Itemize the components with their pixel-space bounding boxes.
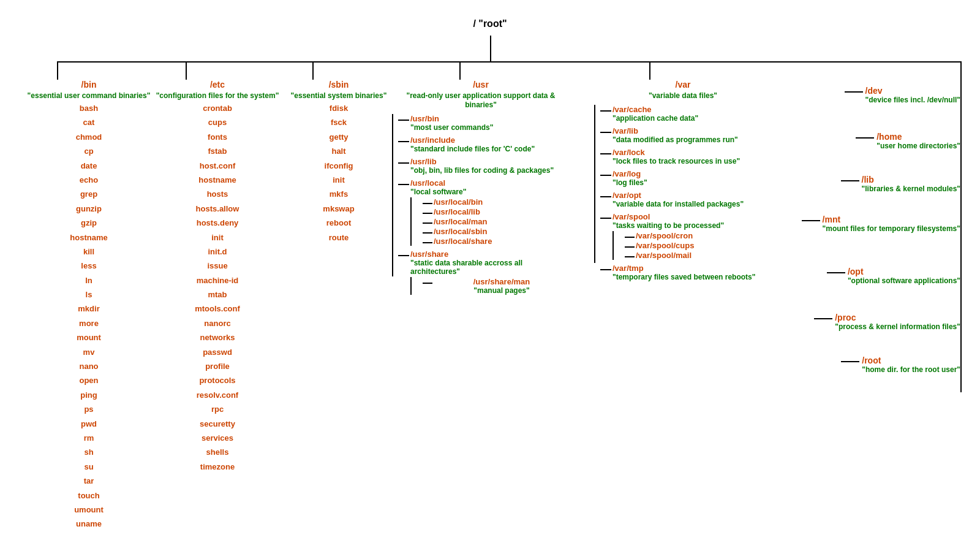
usr-bin-item: /usr/bin "most user commands": [398, 114, 570, 132]
usr-col: /usr "read-only user application support…: [392, 80, 570, 299]
root-label: / "root": [12, 12, 968, 29]
sbin-desc: "essential system binaries": [281, 91, 397, 100]
usr-share-item: /usr/share "static data sharable accross…: [398, 249, 570, 295]
right-vbar: [960, 61, 962, 392]
top-hline: [57, 61, 962, 63]
usr-lib-item: /usr/lib "obj, bin, lib files for coding…: [398, 157, 570, 175]
var-spool-children: /var/spool/cron /var/spool/cups /var/spo…: [612, 231, 772, 260]
var-cache-item: /var/cache "application cache data": [600, 105, 772, 123]
bin-name: /bin: [21, 80, 156, 89]
var-spool-mail: /var/spool/mail: [625, 251, 772, 260]
sbin-name: /sbin: [281, 80, 397, 89]
bin-vline-top: [57, 61, 58, 80]
bin-col: /bin "essential user command binaries" b…: [21, 80, 156, 531]
usr-local-children: /usr/local/bin /usr/local/lib /usr/local…: [410, 197, 570, 246]
usr-children: /usr/bin "most user commands" /usr/inclu…: [392, 114, 570, 295]
etc-name: /etc: [150, 80, 285, 89]
usr-vline-top: [459, 61, 461, 80]
var-spool-item: /var/spool "tasks waiting to be processe…: [600, 212, 772, 260]
var-opt-item: /var/opt "variable data for installed pa…: [600, 191, 772, 208]
var-log-item: /var/log "log files": [600, 169, 772, 187]
usr-share-children: /usr/share/man "manual pages": [410, 277, 570, 295]
var-spool-cups: /var/spool/cups: [625, 241, 772, 250]
var-lib-item: /var/lib "data modified as programmes ru…: [600, 126, 772, 144]
var-children: /var/cache "application cache data" /var…: [594, 105, 772, 281]
bin-desc: "essential user command binaries": [21, 91, 156, 100]
var-spool-cron: /var/spool/cron: [625, 231, 772, 240]
opt-row: /opt "optional software applications": [827, 267, 960, 285]
var-lock-item: /var/lock "lock files to track resources…: [600, 148, 772, 165]
dev-row: /dev "device files incl. /dev/null": [845, 86, 960, 104]
rootdir-row: /root "home dir. for the root user": [841, 356, 960, 374]
usr-local-man: /usr/local/man: [423, 217, 570, 226]
etc-col: /etc "configuration files for the system…: [150, 80, 285, 474]
usr-local-share: /usr/local/share: [423, 237, 570, 246]
etc-desc: "configuration files for the system": [150, 91, 285, 100]
tree-container: / "root" /bin "essential user command bi…: [12, 12, 968, 539]
var-tmp-item: /var/tmp "temporary files saved between …: [600, 264, 772, 281]
usr-local-lib: /usr/local/lib: [423, 207, 570, 216]
usr-desc: "read-only user application support data…: [392, 91, 570, 109]
var-desc: "variable data files": [594, 91, 772, 100]
mnt-row: /mnt "mount files for temporary filesyst…: [802, 215, 960, 233]
usr-share-man: /usr/share/man "manual pages": [423, 277, 570, 295]
etc-vline-top: [186, 61, 187, 80]
usr-name: /usr: [392, 80, 570, 89]
root-vline: [490, 36, 491, 61]
proc-row: /proc "process & kernel information file…: [814, 313, 960, 331]
usr-local-bin: /usr/local/bin: [423, 197, 570, 207]
sbin-files: fdisk fsck getty halt ifconfig init mkfs…: [281, 101, 397, 245]
var-col: /var "variable data files" /var/cache "a…: [594, 80, 772, 285]
usr-local-item: /usr/local "local software" /usr/local/b…: [398, 178, 570, 246]
bin-files: bash cat chmod cp date echo grep gunzip …: [21, 101, 156, 531]
lib-row: /lib "libraries & kernel modules": [841, 175, 960, 193]
usr-include-item: /usr/include "standard include files for…: [398, 135, 570, 153]
home-row: /home "user home directories": [856, 132, 960, 150]
sbin-col: /sbin "essential system binaries" fdisk …: [281, 80, 397, 245]
var-vline-top: [649, 61, 650, 80]
usr-local-sbin: /usr/local/sbin: [423, 227, 570, 236]
sbin-vline-top: [312, 61, 314, 80]
etc-files: crontab cups fonts fstab host.conf hostn…: [150, 101, 285, 474]
var-name: /var: [594, 80, 772, 89]
